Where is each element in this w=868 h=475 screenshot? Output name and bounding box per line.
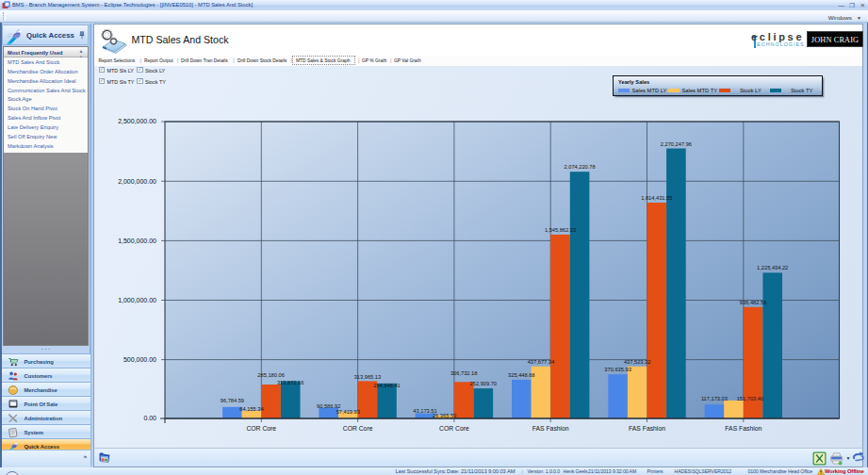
- svg-text:252,909.70: 252,909.70: [470, 381, 497, 386]
- svg-text:1,225,434.22: 1,225,434.22: [757, 265, 788, 270]
- svg-text:2,270,247.96: 2,270,247.96: [661, 141, 692, 147]
- svg-text:313,872.16: 313,872.16: [277, 380, 303, 385]
- svg-text:0.00: 0.00: [143, 415, 156, 421]
- svg-text:117,173.03: 117,173.03: [701, 396, 728, 401]
- svg-text:26,365.50: 26,365.50: [433, 413, 456, 418]
- svg-text:151,703.40: 151,703.40: [737, 396, 763, 401]
- svg-text:1,814,431.55: 1,814,431.55: [641, 195, 672, 201]
- svg-text:325,448.68: 325,448.68: [508, 372, 534, 378]
- svg-text:1,545,862.33: 1,545,862.33: [545, 227, 576, 233]
- svg-text:313,965.13: 313,965.13: [354, 374, 381, 380]
- svg-text:370,635.93: 370,635.93: [604, 367, 631, 372]
- svg-text:COR Core: COR Core: [343, 425, 373, 432]
- svg-text:936,482.56: 936,482.56: [740, 300, 766, 305]
- svg-text:2,074,220.78: 2,074,220.78: [564, 164, 595, 170]
- svg-text:57,419.93: 57,419.93: [336, 409, 360, 415]
- svg-text:2,000,000.00: 2,000,000.00: [118, 178, 156, 185]
- svg-text:294,948.41: 294,948.41: [373, 383, 400, 388]
- svg-text:96,784.59: 96,784.59: [221, 398, 244, 403]
- svg-text:1,000,000.00: 1,000,000.00: [118, 297, 156, 303]
- svg-text:FAS Fashion: FAS Fashion: [725, 425, 762, 432]
- svg-text:64,155.34: 64,155.34: [239, 406, 263, 412]
- svg-text:2,500,000.00: 2,500,000.00: [118, 118, 156, 124]
- svg-text:285,180.06: 285,180.06: [257, 372, 284, 378]
- svg-text:437,677.34: 437,677.34: [528, 359, 554, 365]
- svg-text:306,732.18: 306,732.18: [450, 370, 477, 376]
- svg-text:437,523.32: 437,523.32: [624, 359, 650, 365]
- svg-text:1,500,000.00: 1,500,000.00: [118, 238, 156, 244]
- svg-text:FAS Fashion: FAS Fashion: [532, 425, 569, 432]
- svg-text:FAS Fashion: FAS Fashion: [629, 425, 665, 432]
- svg-text:500,000.00: 500,000.00: [123, 356, 156, 363]
- svg-text:COR Core: COR Core: [246, 425, 276, 432]
- svg-text:COR Core: COR Core: [439, 425, 469, 432]
